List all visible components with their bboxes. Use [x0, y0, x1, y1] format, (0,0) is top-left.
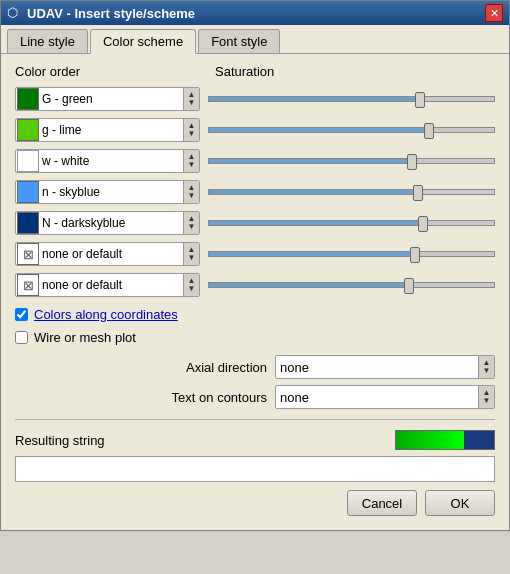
spinner-dn-axial: ▼	[483, 367, 491, 375]
saturation-slider-6[interactable]	[208, 275, 495, 295]
saturation-slider-2[interactable]	[208, 151, 495, 171]
color-swatch-3	[17, 181, 39, 203]
spinner-dn-1: ▼	[188, 130, 196, 138]
axial-direction-value: none	[276, 360, 478, 375]
color-preview	[395, 430, 495, 450]
result-label: Resulting string	[15, 433, 105, 448]
color-row-2: w - white ▲ ▼	[15, 147, 495, 175]
tab-font-style[interactable]: Font style	[198, 29, 280, 53]
text-on-contours-select[interactable]: none ▲ ▼	[275, 385, 495, 409]
color-row-4: N - darkskyblue ▲ ▼	[15, 209, 495, 237]
slider-input-2[interactable]	[208, 153, 495, 169]
slider-input-3[interactable]	[208, 184, 495, 200]
titlebar: ⬡ UDAV - Insert style/scheme ✕	[1, 1, 509, 25]
ok-button[interactable]: OK	[425, 490, 495, 516]
color-select-3[interactable]: n - skyblue ▲ ▼	[15, 180, 200, 204]
color-select-5[interactable]: ⊠ none or default ▲ ▼	[15, 242, 200, 266]
result-row: Resulting string	[15, 430, 495, 450]
color-select-1[interactable]: g - lime ▲ ▼	[15, 118, 200, 142]
color-row-0: G - green ▲ ▼	[15, 85, 495, 113]
color-spinner-2[interactable]: ▲ ▼	[183, 150, 199, 172]
saturation-header: Saturation	[215, 64, 274, 79]
colors-along-coordinates-label[interactable]: Colors along coordinates	[34, 307, 178, 322]
color-swatch-6: ⊠	[17, 274, 39, 296]
slider-input-4[interactable]	[208, 215, 495, 231]
color-select-4[interactable]: N - darkskyblue ▲ ▼	[15, 211, 200, 235]
color-select-0[interactable]: G - green ▲ ▼	[15, 87, 200, 111]
color-label-3: n - skyblue	[40, 185, 183, 199]
text-on-contours-value: none	[276, 390, 478, 405]
checkbox-row-0: Colors along coordinates	[15, 307, 495, 322]
color-label-5: none or default	[40, 247, 183, 261]
spinner-dn-5: ▼	[188, 254, 196, 262]
tab-bar: Line style Color scheme Font style	[1, 25, 509, 54]
color-spinner-6[interactable]: ▲ ▼	[183, 274, 199, 296]
tab-content: Color order Saturation G - green ▲ ▼	[1, 54, 509, 530]
checkbox-wire-mesh[interactable]	[15, 331, 28, 344]
color-swatch-4	[17, 212, 39, 234]
slider-input-0[interactable]	[208, 91, 495, 107]
color-label-2: w - white	[40, 154, 183, 168]
color-row-3: n - skyblue ▲ ▼	[15, 178, 495, 206]
slider-input-5[interactable]	[208, 246, 495, 262]
color-spinner-4[interactable]: ▲ ▼	[183, 212, 199, 234]
color-order-header: Color order	[15, 64, 215, 79]
spinner-dn-4: ▼	[188, 223, 196, 231]
color-preview-blue	[464, 431, 494, 449]
text-on-contours-label: Text on contours	[172, 390, 267, 405]
color-row-1: g - lime ▲ ▼	[15, 116, 495, 144]
axial-direction-spinner[interactable]: ▲ ▼	[478, 356, 494, 378]
color-label-1: g - lime	[40, 123, 183, 137]
saturation-slider-4[interactable]	[208, 213, 495, 233]
section-headers: Color order Saturation	[15, 64, 495, 79]
color-rows: G - green ▲ ▼ g - lime ▲ ▼	[15, 85, 495, 299]
color-row-6: ⊠ none or default ▲ ▼	[15, 271, 495, 299]
result-input[interactable]: 'GgwnN'	[15, 456, 495, 482]
color-spinner-0[interactable]: ▲ ▼	[183, 88, 199, 110]
color-swatch-5: ⊠	[17, 243, 39, 265]
checkbox-row-1: Wire or mesh plot	[15, 330, 495, 345]
color-swatch-1	[17, 119, 39, 141]
color-swatch-2	[17, 150, 39, 172]
main-window: ⬡ UDAV - Insert style/scheme ✕ Line styl…	[0, 0, 510, 531]
tab-line-style[interactable]: Line style	[7, 29, 88, 53]
text-on-contours-spinner[interactable]: ▲ ▼	[478, 386, 494, 408]
axial-direction-row: Axial direction none ▲ ▼	[15, 355, 495, 379]
spinner-dn-6: ▼	[188, 285, 196, 293]
saturation-slider-3[interactable]	[208, 182, 495, 202]
app-icon: ⬡	[7, 5, 23, 21]
titlebar-left: ⬡ UDAV - Insert style/scheme	[7, 5, 195, 21]
saturation-slider-1[interactable]	[208, 120, 495, 140]
color-spinner-3[interactable]: ▲ ▼	[183, 181, 199, 203]
checkbox-colors-along-coords[interactable]	[15, 308, 28, 321]
form-rows: Axial direction none ▲ ▼ Text on contour…	[15, 355, 495, 409]
spinner-dn-0: ▼	[188, 99, 196, 107]
close-button[interactable]: ✕	[485, 4, 503, 22]
axial-direction-select[interactable]: none ▲ ▼	[275, 355, 495, 379]
wire-mesh-label: Wire or mesh plot	[34, 330, 136, 345]
text-on-contours-row: Text on contours none ▲ ▼	[15, 385, 495, 409]
slider-input-1[interactable]	[208, 122, 495, 138]
divider	[15, 419, 495, 420]
buttons-row: Cancel OK	[15, 490, 495, 520]
saturation-slider-5[interactable]	[208, 244, 495, 264]
color-spinner-1[interactable]: ▲ ▼	[183, 119, 199, 141]
color-swatch-0	[17, 88, 39, 110]
color-select-6[interactable]: ⊠ none or default ▲ ▼	[15, 273, 200, 297]
saturation-slider-0[interactable]	[208, 89, 495, 109]
color-spinner-5[interactable]: ▲ ▼	[183, 243, 199, 265]
slider-input-6[interactable]	[208, 277, 495, 293]
tab-color-scheme[interactable]: Color scheme	[90, 29, 196, 54]
color-label-6: none or default	[40, 278, 183, 292]
color-label-0: G - green	[40, 92, 183, 106]
window-title: UDAV - Insert style/scheme	[27, 6, 195, 21]
color-select-2[interactable]: w - white ▲ ▼	[15, 149, 200, 173]
spinner-dn-contours: ▼	[483, 397, 491, 405]
color-preview-green	[396, 431, 464, 449]
axial-direction-label: Axial direction	[186, 360, 267, 375]
spinner-dn-3: ▼	[188, 192, 196, 200]
color-row-5: ⊠ none or default ▲ ▼	[15, 240, 495, 268]
spinner-dn-2: ▼	[188, 161, 196, 169]
color-label-4: N - darkskyblue	[40, 216, 183, 230]
cancel-button[interactable]: Cancel	[347, 490, 417, 516]
